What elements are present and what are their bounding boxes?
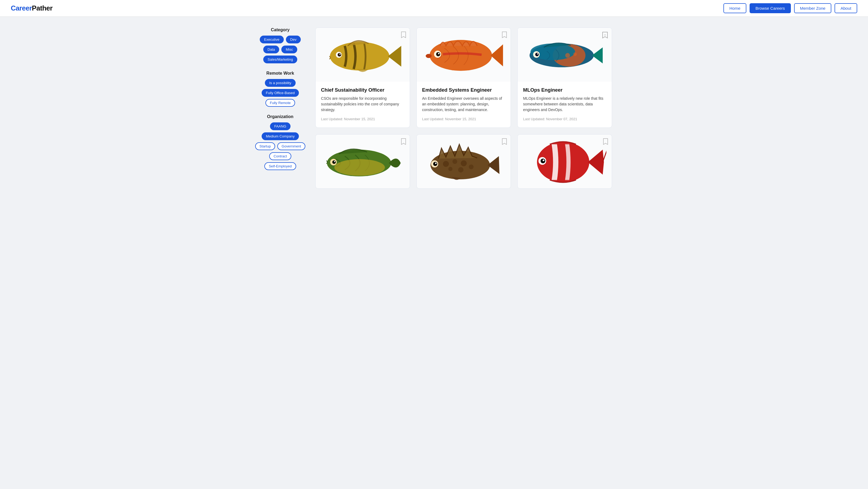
remote-title: Remote Work: [253, 71, 307, 76]
card-title: Embedded Systems Engineer: [422, 87, 505, 93]
bookmark-icon[interactable]: [502, 138, 507, 146]
category-title: Category: [253, 28, 307, 32]
job-card[interactable]: +: [517, 28, 612, 128]
filter-tag[interactable]: Data: [263, 45, 279, 53]
sidebar: Category ExecutiveDevDataMiscSales/Marke…: [253, 28, 307, 189]
remote-tags: Is a possibilityFully Office-BasedFully …: [253, 79, 307, 107]
logo-career: Career: [11, 4, 32, 12]
filter-tag[interactable]: Government: [277, 142, 305, 150]
svg-point-6: [436, 52, 440, 56]
job-card[interactable]: [517, 134, 612, 189]
category-tags: ExecutiveDevDataMiscSales/Marketing: [253, 36, 307, 63]
filter-tag[interactable]: Fully Office-Based: [261, 89, 299, 97]
filter-tag[interactable]: Dev: [286, 36, 301, 43]
svg-point-32: [435, 163, 437, 164]
card-image: [417, 28, 511, 82]
org-tags: FAANGMedium CompanyStartupGovernmentCont…: [253, 122, 307, 170]
svg-point-21: [332, 160, 336, 164]
cards-grid: Chief Sustainability Officer CSOs are re…: [315, 28, 612, 189]
card-image: [417, 134, 511, 189]
member-zone-button[interactable]: Member Zone: [794, 3, 832, 13]
category-section: Category ExecutiveDevDataMiscSales/Marke…: [253, 28, 307, 63]
card-description: CSOs are responsible for incorporating s…: [321, 96, 404, 113]
svg-point-3: [339, 54, 340, 55]
about-button[interactable]: About: [835, 3, 857, 13]
svg-point-25: [452, 159, 457, 164]
job-card[interactable]: [315, 134, 410, 189]
card-description: An Embedded Engineer oversees all aspect…: [422, 96, 505, 113]
svg-point-31: [433, 162, 437, 166]
nav-links: Home Browse Careers Member Zone About: [723, 3, 857, 13]
card-title: Chief Sustainability Officer: [321, 87, 404, 93]
logo-pather: Pather: [32, 4, 53, 12]
card-body: Chief Sustainability Officer CSOs are re…: [316, 82, 410, 128]
svg-point-13: [565, 53, 570, 58]
filter-tag[interactable]: Self-Employed: [264, 162, 296, 170]
svg-point-28: [448, 167, 452, 171]
card-image: [518, 134, 612, 189]
filter-tag[interactable]: Medium Company: [261, 132, 299, 140]
card-image: [518, 28, 612, 82]
bookmark-icon[interactable]: [603, 138, 608, 146]
navbar: CareerPather Home Browse Careers Member …: [0, 0, 868, 17]
svg-point-17: [537, 53, 538, 54]
filter-tag[interactable]: Misc: [281, 45, 297, 53]
svg-text:+: +: [604, 33, 606, 37]
card-updated: Last Updated: November 15, 2021: [321, 117, 404, 121]
bookmark-icon[interactable]: +: [602, 32, 608, 40]
svg-point-29: [458, 167, 463, 172]
card-updated: Last Updated: November 07, 2021: [523, 117, 607, 121]
svg-point-26: [461, 160, 467, 166]
card-description: MLOps Engineer is a relatively new role …: [523, 96, 607, 113]
card-body: MLOps Engineer MLOps Engineer is a relat…: [518, 82, 612, 128]
main-content: Chief Sustainability Officer CSOs are re…: [315, 28, 612, 189]
bookmark-icon[interactable]: [502, 32, 507, 39]
svg-point-7: [438, 53, 440, 55]
svg-point-16: [535, 53, 539, 56]
svg-point-19: [335, 159, 385, 176]
filter-tag[interactable]: Fully Remote: [266, 99, 295, 107]
logo: CareerPather: [11, 4, 53, 12]
card-title: MLOps Engineer: [523, 87, 607, 93]
page-body: Category ExecutiveDevDataMiscSales/Marke…: [245, 17, 623, 199]
job-card[interactable]: Embedded Systems Engineer An Embedded En…: [416, 28, 511, 128]
filter-tag[interactable]: Executive: [260, 36, 284, 43]
card-image: [316, 28, 410, 82]
svg-point-36: [543, 160, 545, 161]
svg-point-22: [334, 161, 335, 162]
browse-careers-button[interactable]: Browse Careers: [750, 3, 791, 13]
home-button[interactable]: Home: [723, 3, 746, 13]
bookmark-icon[interactable]: [401, 32, 406, 39]
card-body: Embedded Systems Engineer An Embedded En…: [417, 82, 511, 128]
org-section: Organization FAANGMedium CompanyStartupG…: [253, 114, 307, 170]
card-updated: Last Updated: November 15, 2021: [422, 117, 505, 121]
job-card[interactable]: [416, 134, 511, 189]
svg-point-14: [574, 52, 577, 56]
filter-tag[interactable]: Sales/Marketing: [263, 56, 297, 63]
bookmark-icon[interactable]: [401, 138, 406, 146]
job-card[interactable]: Chief Sustainability Officer CSOs are re…: [315, 28, 410, 128]
svg-point-27: [469, 164, 474, 169]
svg-point-24: [443, 161, 449, 167]
filter-tag[interactable]: Startup: [255, 142, 275, 150]
remote-section: Remote Work Is a possibilityFully Office…: [253, 71, 307, 107]
org-title: Organization: [253, 114, 307, 119]
filter-tag[interactable]: Is a possibility: [265, 79, 296, 87]
filter-tag[interactable]: FAANG: [270, 122, 290, 130]
card-image: [316, 134, 410, 189]
filter-tag[interactable]: Contract: [269, 152, 291, 160]
svg-point-8: [426, 54, 432, 58]
svg-point-2: [338, 53, 341, 56]
